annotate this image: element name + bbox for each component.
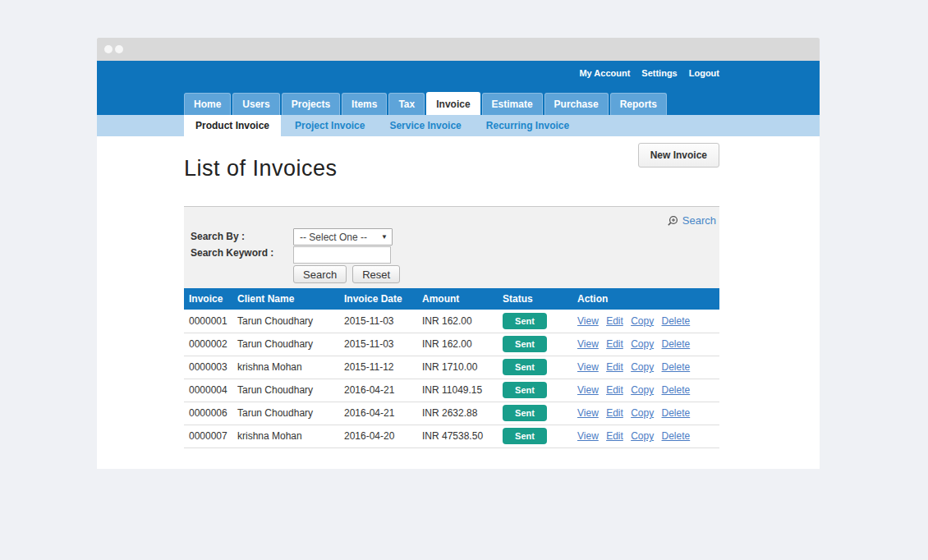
view-link[interactable]: View — [577, 315, 599, 327]
action-cell: View Edit Copy Delete — [572, 356, 719, 379]
view-link[interactable]: View — [577, 384, 599, 396]
view-link[interactable]: View — [577, 430, 599, 442]
sub-nav-tab[interactable]: Recurring Invoice — [475, 115, 580, 136]
invoice-number-cell: 0000007 — [184, 425, 232, 448]
amount-cell: INR 1710.00 — [417, 356, 498, 379]
delete-link[interactable]: Delete — [662, 430, 691, 442]
view-link[interactable]: View — [577, 338, 599, 350]
status-cell: Sent — [498, 333, 572, 356]
copy-link[interactable]: Copy — [631, 338, 654, 350]
column-header-invoice: Invoice — [184, 288, 232, 310]
table-row: 0000004 Tarun Choudhary 2016-04-21 INR 1… — [184, 379, 719, 402]
invoice-table-header: Invoice Client Name Invoice Date Amount … — [184, 288, 719, 310]
amount-cell: INR 11049.15 — [417, 379, 498, 402]
search-button[interactable]: Search — [293, 265, 347, 283]
table-row: 0000006 Tarun Choudhary 2016-04-21 INR 2… — [184, 402, 719, 425]
main-nav-tab[interactable]: Items — [342, 93, 387, 115]
invoice-date-cell: 2016-04-20 — [339, 425, 417, 448]
client-name-cell: Tarun Choudhary — [232, 402, 339, 425]
search-keyword-input[interactable] — [293, 246, 391, 264]
status-cell: Sent — [498, 379, 572, 402]
table-row: 0000007 krishna Mohan 2016-04-20 INR 475… — [184, 425, 719, 448]
copy-link[interactable]: Copy — [631, 430, 654, 442]
status-badge[interactable]: Sent — [503, 313, 547, 329]
client-name-cell: Tarun Choudhary — [232, 379, 339, 402]
action-cell: View Edit Copy Delete — [572, 310, 719, 333]
search-by-label: Search By : — [191, 231, 245, 242]
table-row: 0000001 Tarun Choudhary 2015-11-03 INR 1… — [184, 310, 719, 333]
invoice-date-cell: 2016-04-21 — [339, 402, 417, 425]
edit-link[interactable]: Edit — [606, 338, 623, 350]
status-badge[interactable]: Sent — [503, 428, 547, 444]
main-nav-tab[interactable]: Home — [184, 93, 231, 115]
delete-link[interactable]: Delete — [662, 407, 691, 419]
sub-nav-tab[interactable]: Service Invoice — [379, 115, 471, 136]
status-badge[interactable]: Sent — [503, 336, 547, 352]
main-nav-tab[interactable]: Users — [232, 93, 279, 115]
invoice-table-body: 0000001 Tarun Choudhary 2015-11-03 INR 1… — [184, 310, 719, 448]
magnifier-plus-icon — [667, 215, 678, 227]
edit-link[interactable]: Edit — [606, 361, 623, 373]
column-header-status: Status — [498, 288, 572, 310]
status-badge[interactable]: Sent — [503, 382, 547, 398]
invoice-date-cell: 2016-04-21 — [339, 379, 417, 402]
edit-link[interactable]: Edit — [606, 384, 623, 396]
sub-nav-tab[interactable]: Project Invoice — [284, 115, 375, 136]
main-nav-tab[interactable]: Purchase — [544, 93, 609, 115]
delete-link[interactable]: Delete — [662, 315, 691, 327]
invoice-number-cell: 0000006 — [184, 402, 232, 425]
status-cell: Sent — [498, 425, 572, 448]
search-panel: Search Search By : -- Select One -- ▼ Se… — [184, 206, 719, 288]
reset-button[interactable]: Reset — [352, 265, 400, 283]
copy-link[interactable]: Copy — [631, 361, 654, 373]
status-badge[interactable]: Sent — [503, 405, 547, 421]
main-nav-tab[interactable]: Reports — [610, 93, 667, 115]
invoice-sub-nav: Product Invoice Project Invoice Service … — [97, 115, 820, 136]
main-nav-tabs: Home Users Projects Items Tax Invoice Es… — [184, 92, 667, 115]
copy-link[interactable]: Copy — [631, 407, 654, 419]
amount-cell: INR 2632.88 — [417, 402, 498, 425]
action-cell: View Edit Copy Delete — [572, 333, 719, 356]
invoice-date-cell: 2015-11-12 — [339, 356, 417, 379]
column-header-amount: Amount — [417, 288, 498, 310]
account-nav-link[interactable]: Settings — [641, 68, 677, 78]
window-control-dot-icon[interactable] — [104, 45, 113, 53]
delete-link[interactable]: Delete — [662, 384, 691, 396]
window-control-dot-icon[interactable] — [115, 45, 123, 53]
main-nav-tab[interactable]: Invoice — [426, 92, 480, 115]
main-nav-tab[interactable]: Projects — [282, 93, 340, 115]
client-name-cell: krishna Mohan — [232, 356, 339, 379]
search-panel-buttons: Search Reset — [293, 265, 400, 283]
sub-nav-tab[interactable]: Product Invoice — [184, 115, 281, 136]
invoice-number-cell: 0000002 — [184, 333, 232, 356]
main-nav-tab[interactable]: Estimate — [482, 93, 543, 115]
account-nav-link[interactable]: My Account — [579, 68, 630, 78]
edit-link[interactable]: Edit — [606, 315, 623, 327]
action-cell: View Edit Copy Delete — [572, 379, 719, 402]
account-nav-link[interactable]: Logout — [689, 68, 719, 78]
app-header: My Account Settings Logout Home Users Pr… — [97, 61, 820, 115]
status-cell: Sent — [498, 402, 572, 425]
delete-link[interactable]: Delete — [662, 338, 691, 350]
invoice-table: Invoice Client Name Invoice Date Amount … — [184, 288, 719, 448]
delete-link[interactable]: Delete — [662, 361, 691, 373]
copy-link[interactable]: Copy — [631, 315, 654, 327]
status-badge[interactable]: Sent — [503, 359, 547, 375]
search-by-select-value: -- Select One -- — [300, 232, 367, 243]
search-toggle-link[interactable]: Search — [667, 214, 716, 227]
action-cell: View Edit Copy Delete — [572, 425, 719, 448]
main-nav-tab[interactable]: Tax — [388, 93, 425, 115]
search-by-select[interactable]: -- Select One -- ▼ — [293, 228, 393, 246]
invoice-number-cell: 0000004 — [184, 379, 232, 402]
search-keyword-label: Search Keyword : — [191, 247, 273, 259]
main-content: New Invoice List of Invoices Search Sear… — [97, 136, 820, 448]
new-invoice-button[interactable]: New Invoice — [638, 143, 719, 168]
chevron-down-icon: ▼ — [381, 233, 388, 241]
action-cell: View Edit Copy Delete — [572, 402, 719, 425]
copy-link[interactable]: Copy — [631, 384, 654, 396]
view-link[interactable]: View — [577, 407, 599, 419]
edit-link[interactable]: Edit — [606, 407, 623, 419]
browser-window: My Account Settings Logout Home Users Pr… — [97, 38, 820, 469]
view-link[interactable]: View — [577, 361, 599, 373]
edit-link[interactable]: Edit — [606, 430, 623, 442]
